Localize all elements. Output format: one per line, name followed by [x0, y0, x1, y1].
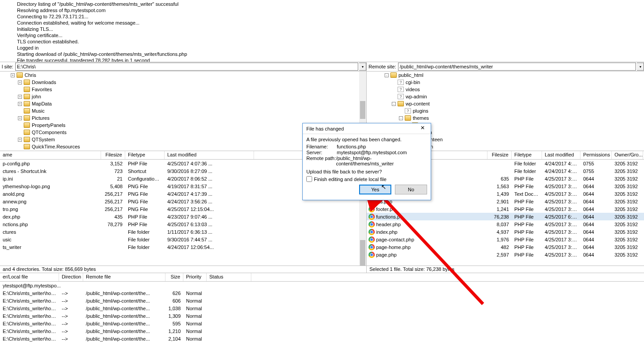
column-header[interactable]: Status: [207, 273, 251, 281]
column-header[interactable]: Filesize: [101, 151, 125, 159]
column-header[interactable]: ame: [0, 151, 101, 159]
expand-icon[interactable]: +: [11, 73, 15, 77]
question-icon: ?: [405, 108, 411, 114]
expand-icon[interactable]: -: [392, 102, 396, 106]
tree-label: Downloads: [32, 80, 56, 85]
finish-editing-checkbox[interactable]: [306, 176, 312, 182]
expand-icon[interactable]: -: [385, 73, 389, 77]
cursor-icon: ↖: [381, 183, 386, 190]
column-header[interactable]: Permissions: [580, 151, 612, 159]
no-button[interactable]: No: [395, 185, 427, 194]
tree-label: Favorites: [32, 87, 52, 92]
tree-label: Chris: [25, 72, 36, 78]
expand-icon[interactable]: +: [18, 102, 22, 106]
tree-label: videos: [406, 87, 420, 92]
queue-row[interactable]: E:\Chris\mts_writer\home...-->/public_ht…: [0, 304, 644, 312]
log-line: Initializing TLS...: [0, 26, 644, 32]
column-header[interactable]: Priority: [183, 273, 207, 281]
column-header[interactable]: Remote file: [83, 273, 165, 281]
file-row[interactable]: functions.p76,238PHP File4/25/2017 6:36:…: [367, 213, 644, 220]
file-row[interactable]: usicFile folder9/30/2016 7:44:57 ...: [0, 236, 366, 243]
file-row[interactable]: page-contact.php1,976PHP File4/25/2017 3…: [367, 236, 644, 243]
chrome-icon: [369, 206, 375, 212]
queue-row[interactable]: E:\Chris\mts_writer\home...-->/public_ht…: [0, 335, 644, 342]
tree-label: themes: [413, 115, 429, 121]
file-row[interactable]: header.php8,037PHP File4/25/2017 3:40:..…: [367, 220, 644, 228]
tree-item[interactable]: +john: [0, 93, 366, 100]
file-changed-dialog: File has changed ✕ A file previously ope…: [302, 123, 431, 200]
tree-label: cgi-bin: [406, 80, 420, 85]
tree-item[interactable]: -public_html: [367, 72, 644, 79]
tree-label: MapData: [32, 101, 52, 106]
question-icon: ?: [398, 94, 404, 99]
file-row[interactable]: cturesFile folder1/11/2017 6:36:13 ...: [0, 228, 366, 236]
folder-icon: [390, 72, 397, 78]
remote-site-input[interactable]: [398, 63, 636, 71]
column-header[interactable]: er/Local file: [0, 273, 59, 281]
tree-item[interactable]: ?videos: [367, 86, 644, 93]
tree-item[interactable]: +Pictures: [0, 114, 366, 122]
tree-item[interactable]: -wp-content: [367, 100, 644, 107]
local-site-dropdown-icon[interactable]: ▾: [359, 63, 366, 71]
chrome-icon: [369, 214, 375, 220]
tree-label: Pictures: [32, 115, 50, 121]
file-row[interactable]: footer.p1,241PHP File4/25/2017 3:40:...0…: [367, 205, 644, 213]
file-row[interactable]: tro.png256,217PNG File4/25/2017 12:15:04…: [0, 205, 366, 213]
column-header[interactable]: Last modified: [542, 151, 580, 159]
chrome-icon: [369, 221, 375, 228]
queue-row[interactable]: E:\Chris\mts_writer\home...-->/public_ht…: [0, 312, 644, 320]
question-icon: ?: [398, 80, 404, 85]
expand-icon[interactable]: -: [399, 116, 403, 120]
log-line: TLS connection established.: [0, 38, 644, 45]
tree-item[interactable]: ?plugins: [367, 107, 644, 114]
close-icon[interactable]: ✕: [418, 125, 427, 133]
column-header[interactable]: Filesize: [487, 151, 512, 159]
tree-item[interactable]: +MapData: [0, 100, 366, 107]
tree-item[interactable]: ?wp-admin: [367, 93, 644, 100]
tree-item[interactable]: ?cgi-bin: [367, 79, 644, 86]
remote-site-dropdown-icon[interactable]: ▾: [637, 63, 644, 71]
folder-icon: [24, 80, 30, 85]
tree-item[interactable]: +Downloads: [0, 79, 366, 86]
tree-item[interactable]: Favorites: [0, 86, 366, 93]
local-site-input[interactable]: [15, 63, 358, 71]
column-header[interactable]: Last modified: [165, 151, 254, 159]
tree-item[interactable]: Music: [0, 107, 366, 114]
expand-icon[interactable]: +: [18, 138, 22, 142]
queue-row[interactable]: E:\Chris\mts_writer\home...-->/public_ht…: [0, 320, 644, 327]
file-row[interactable]: page-home.php482PHP File4/25/2017 3:40:.…: [367, 243, 644, 251]
queue-server-row[interactable]: ytestspot@ftp.mytestspo...: [0, 282, 644, 289]
transfer-queue[interactable]: er/Local fileDirectionRemote fileSizePri…: [0, 273, 644, 350]
chrome-icon: [369, 252, 375, 258]
folder-icon: [24, 87, 30, 92]
expand-icon[interactable]: +: [18, 95, 22, 99]
site-bar: l site: ▾ Remote site: ▾: [0, 62, 644, 72]
column-header[interactable]: Direction: [59, 273, 83, 281]
tree-item[interactable]: +Chris: [0, 72, 366, 79]
file-row[interactable]: ts_writerFile folder4/24/2017 12:06:54..…: [0, 243, 366, 251]
column-header[interactable]: Filetype: [125, 151, 165, 159]
column-header[interactable]: Size: [165, 273, 183, 281]
tree-label: Music: [32, 108, 45, 114]
expand-icon[interactable]: +: [18, 80, 22, 84]
queue-row[interactable]: E:\Chris\mts_writer\home...-->/public_ht…: [0, 289, 644, 297]
file-row[interactable]: index.php4,937PHP File4/25/2017 3:40:...…: [367, 228, 644, 236]
folder-icon: [24, 101, 30, 106]
remote-site-label: Remote site:: [367, 64, 398, 69]
column-header[interactable]: Owner/Gro...: [612, 151, 643, 159]
column-header[interactable]: Filetype: [512, 151, 542, 159]
chrome-icon: [369, 229, 375, 235]
tree-label: john: [32, 94, 41, 99]
file-row[interactable]: nctions.php78,279PHP File4/25/2017 6:13:…: [0, 220, 366, 228]
queue-row[interactable]: E:\Chris\mts_writer\home...-->/public_ht…: [0, 297, 644, 304]
folder-icon: [24, 144, 30, 149]
yes-button[interactable]: Yes: [359, 185, 391, 194]
folder-icon: [24, 122, 30, 128]
expand-icon[interactable]: +: [18, 116, 22, 120]
log-line: File transfer successful, transferred 78…: [0, 57, 644, 62]
tree-item[interactable]: -themes: [367, 114, 644, 122]
queue-row[interactable]: E:\Chris\mts_writer\home...-->/public_ht…: [0, 327, 644, 335]
file-row[interactable]: dex.php435PHP File4/23/2017 9:07:46 ...: [0, 213, 366, 220]
tree-label: QTSystem: [32, 137, 55, 142]
file-row[interactable]: page.php2,597PHP File4/25/2017 3:40:...0…: [367, 251, 644, 258]
